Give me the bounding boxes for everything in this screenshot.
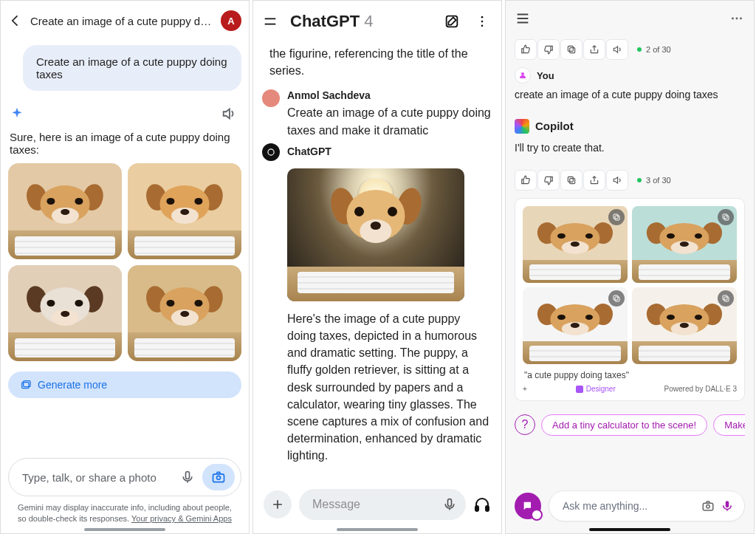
svg-point-30 <box>707 505 710 509</box>
you-label: You <box>537 70 554 81</box>
copilot-image-card: "a cute puppy doing taxes" + Designer Po… <box>515 198 745 401</box>
generated-image[interactable] <box>8 163 122 259</box>
microphone-icon[interactable] <box>442 497 457 512</box>
hamburger-icon[interactable] <box>515 10 531 27</box>
home-indicator <box>84 528 165 531</box>
thumbs-up-icon[interactable] <box>515 39 537 60</box>
speaker-icon[interactable] <box>221 106 237 122</box>
svg-rect-29 <box>703 503 713 510</box>
you-header: You <box>515 67 745 83</box>
svg-rect-2 <box>186 472 190 479</box>
microphone-icon[interactable] <box>718 496 737 516</box>
sparkle-icon <box>10 106 24 121</box>
copy-image-icon[interactable] <box>718 209 734 225</box>
assistant-header: ChatGPT <box>262 143 492 161</box>
svg-rect-16 <box>570 48 575 53</box>
generated-image[interactable] <box>632 206 737 283</box>
gemini-input[interactable]: Type, talk, or share a photo <box>8 458 241 496</box>
user-name: Anmol Sachdeva <box>287 89 492 101</box>
copilot-image-grid <box>523 206 737 364</box>
svg-rect-11 <box>475 506 478 511</box>
share-icon[interactable] <box>583 39 605 60</box>
response-counter: 3 of 30 <box>637 176 671 185</box>
svg-rect-23 <box>724 216 729 220</box>
suggestion-chip[interactable]: Make the puppy w <box>713 414 745 436</box>
compose-icon[interactable] <box>444 13 460 30</box>
home-indicator <box>337 528 418 531</box>
back-icon[interactable] <box>8 13 23 28</box>
user-avatar[interactable]: A <box>221 10 241 31</box>
generated-image[interactable] <box>128 265 241 361</box>
read-aloud-icon[interactable] <box>606 39 628 60</box>
svg-point-7 <box>481 21 484 23</box>
gemini-image-grid <box>8 163 241 361</box>
generated-image[interactable] <box>8 265 122 361</box>
home-indicator <box>589 528 670 531</box>
svg-rect-24 <box>723 214 727 219</box>
kebab-icon[interactable] <box>472 14 492 29</box>
copilot-header: Copilot <box>515 119 745 134</box>
user-message: Create an image of a cute puppy doing ta… <box>23 45 241 91</box>
previous-response-tail: the figurine, referencing the title of t… <box>269 45 485 79</box>
input-placeholder: Type, talk, or share a photo <box>22 471 171 484</box>
input-placeholder: Ask me anything... <box>563 500 698 512</box>
camera-icon[interactable] <box>202 464 235 490</box>
svg-point-13 <box>732 18 734 20</box>
stack-icon <box>20 379 32 391</box>
share-icon[interactable] <box>583 170 605 191</box>
svg-point-18 <box>521 72 524 75</box>
svg-rect-10 <box>448 499 452 507</box>
svg-rect-20 <box>568 177 573 182</box>
help-icon[interactable]: ? <box>515 414 535 435</box>
svg-rect-28 <box>723 295 727 300</box>
chatgpt-input[interactable]: Message <box>299 489 466 520</box>
image-caption: "a cute puppy doing taxes" <box>524 370 735 380</box>
feedback-row: 3 of 30 <box>515 170 745 191</box>
generated-image[interactable] <box>523 206 628 283</box>
svg-point-6 <box>481 16 484 18</box>
assistant-intro: Sure, here is an image of a cute puppy d… <box>10 131 240 156</box>
thumbs-down-icon[interactable] <box>537 39 560 60</box>
generated-image[interactable] <box>632 287 737 364</box>
svg-rect-26 <box>614 295 618 300</box>
generate-more-button[interactable]: Generate more <box>8 372 241 398</box>
privacy-link[interactable]: Your privacy & Gemini Apps <box>131 514 232 523</box>
svg-rect-31 <box>726 501 729 507</box>
assistant-message: I'll try to create that. <box>515 141 745 156</box>
thumbs-down-icon[interactable] <box>537 170 560 191</box>
feedback-row: 2 of 30 <box>515 39 745 60</box>
microphone-icon[interactable] <box>176 465 199 489</box>
user-message: create an image of a cute puppy doing ta… <box>515 88 745 103</box>
plus-icon[interactable] <box>264 490 292 518</box>
svg-rect-25 <box>615 297 619 301</box>
copy-image-icon[interactable] <box>718 290 734 307</box>
new-topic-icon[interactable] <box>515 493 541 519</box>
svg-point-8 <box>481 25 484 27</box>
generated-image[interactable] <box>128 163 241 259</box>
copy-image-icon[interactable] <box>608 290 625 307</box>
copy-icon[interactable] <box>560 39 583 60</box>
copilot-topbar <box>515 1 745 36</box>
chatgpt-scroll[interactable]: the figurine, referencing the title of t… <box>262 42 492 482</box>
svg-rect-27 <box>724 297 729 301</box>
gemini-panel: Create an image of a cute puppy doin... … <box>0 0 250 534</box>
thumbs-up-icon[interactable] <box>515 170 537 191</box>
camera-icon[interactable] <box>698 496 718 516</box>
menu-icon[interactable] <box>262 13 278 30</box>
copy-icon[interactable] <box>560 170 583 191</box>
user-avatar <box>262 89 280 107</box>
copilot-input[interactable]: Ask me anything... <box>549 490 745 521</box>
user-avatar-icon <box>515 67 531 83</box>
headphones-icon[interactable] <box>473 496 491 513</box>
copy-image-icon[interactable] <box>608 209 625 225</box>
designer-tag[interactable]: Designer <box>576 385 616 393</box>
ellipsis-icon[interactable] <box>729 10 745 27</box>
conversation-title: Create an image of a cute puppy doin... <box>30 15 213 27</box>
generated-image[interactable] <box>523 287 628 364</box>
read-aloud-icon[interactable] <box>606 170 628 191</box>
copilot-brand-label: Copilot <box>535 120 574 132</box>
assistant-name: ChatGPT <box>287 146 331 157</box>
generated-image[interactable] <box>287 168 464 301</box>
suggestion-chip[interactable]: Add a tiny calculator to the scene! <box>541 414 707 436</box>
chatgpt-brand[interactable]: ChatGPT 4 <box>290 12 432 31</box>
